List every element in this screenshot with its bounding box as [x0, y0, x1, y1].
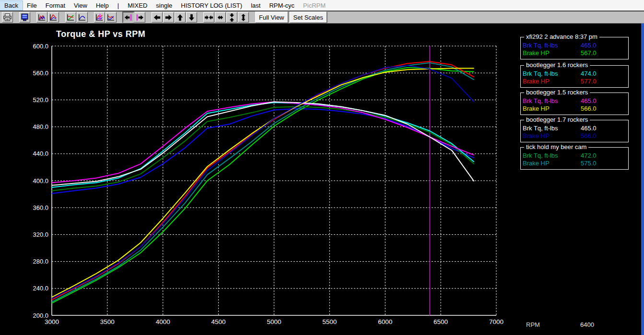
menu-item-last[interactable]: last	[246, 1, 265, 10]
x-tick-label: 6500	[433, 318, 448, 325]
legend-row-value: 566.0	[581, 132, 597, 139]
toolbar: Full ViewSet Scales	[0, 12, 644, 23]
legend-row: Brk Tq, ft-lbs465.0	[523, 42, 626, 49]
dual-peaks-graph-icon	[37, 13, 47, 22]
legend-row-value: 465.0	[581, 125, 597, 132]
menu-item-history-log-list[interactable]: HISTORY LOG (LIST)	[176, 1, 246, 10]
scroll-up-button[interactable]	[175, 12, 186, 23]
y-tick-label: 360.0	[33, 204, 48, 211]
app-window: BackFileFormatViewHelp|MIXEDsingleHISTOR…	[0, 0, 644, 335]
graph-dual-peaks-button[interactable]	[36, 12, 47, 23]
set-scales-button[interactable]: Set Scales	[290, 12, 327, 23]
legend-row-label: Brk Tq, ft-lbs	[523, 42, 558, 49]
printer-icon	[3, 13, 12, 22]
y-tick-label: 280.0	[33, 258, 48, 265]
arrow-down-icon	[187, 13, 196, 22]
cursor-right-button[interactable]	[134, 12, 145, 23]
menu-item-back[interactable]: Back	[0, 1, 23, 10]
y-tick-label: 320.0	[33, 231, 48, 238]
legend-row-value: 474.0	[581, 70, 597, 77]
menu-item-format[interactable]: Format	[41, 1, 70, 10]
y-tick-label: 400.0	[33, 177, 48, 185]
graph-peak-line-button[interactable]	[48, 12, 59, 23]
full-view-button[interactable]: Full View	[255, 12, 288, 23]
legend-row-label: Brake HP	[523, 105, 550, 113]
menu-item-[interactable]: |	[113, 1, 123, 10]
x-tick-label: 7000	[489, 318, 503, 325]
legend-panel-2: bootlegger 1.5 rockersBrk Tq, ft-lbs465.…	[520, 92, 629, 115]
compress-y-button[interactable]	[226, 12, 237, 23]
arrow-left-icon	[152, 13, 162, 22]
legend-row: Brake HP577.0	[523, 78, 626, 85]
x-tick-label: 4500	[211, 318, 226, 325]
y-tick-label: 240.0	[33, 285, 48, 292]
graph-history-button[interactable]	[105, 12, 117, 23]
print-button[interactable]	[2, 12, 13, 23]
cursor-graph-icon	[95, 13, 104, 22]
menu-item-picrpm[interactable]: PicRPM	[299, 1, 330, 10]
y-tick-label: 520.0	[33, 96, 48, 104]
x-tick-label: 3000	[45, 318, 59, 325]
menu-item-file[interactable]: File	[23, 1, 41, 10]
legend-panel-title: xfi292 2 advance 8:37 pm	[524, 33, 599, 40]
arrow-right-icon	[164, 13, 173, 22]
cursor-left-button[interactable]	[123, 12, 134, 23]
expand-y-button[interactable]	[238, 12, 249, 23]
expand-x-button[interactable]	[215, 12, 226, 23]
y-tick-label: 600.0	[33, 43, 48, 50]
menu-item-single[interactable]: single	[152, 1, 176, 10]
compress-vertical-icon	[227, 13, 236, 22]
legend-panel-1: bootlegger 1.6 rockersBrk Tq, ft-lbs474.…	[520, 65, 629, 88]
menu-item-view[interactable]: View	[70, 1, 92, 10]
single-curve-graph-icon	[78, 13, 87, 22]
legend-row: Brake HP566.0	[523, 132, 626, 140]
legend-panel-title: bootlegger 1.5 rockers	[524, 89, 590, 96]
series-bootlegger-1-7-rockers-brk-tq-ft-lbs	[52, 102, 474, 185]
legend-row: Brake HP566.0	[523, 105, 626, 113]
peak-line-graph-icon	[49, 13, 58, 22]
x-tick-label: 6000	[378, 318, 392, 325]
legend-row-value: 567.0	[581, 49, 597, 57]
legend-row: Brake HP575.0	[523, 160, 626, 167]
legend-panel-title: bootlegger 1.7 rockers	[524, 116, 590, 123]
monitor-icon	[20, 13, 29, 22]
legend-panel-4: tick hold my beer camBrk Tq, ft-lbs472.0…	[520, 147, 629, 170]
legend-panel-0: xfi292 2 advance 8:37 pmBrk Tq, ft-lbs46…	[520, 37, 629, 59]
menu-item-mixed[interactable]: MIXED	[123, 1, 152, 10]
expand-horizontal-icon	[216, 13, 225, 22]
graph-single-curve-button[interactable]	[77, 12, 88, 23]
legend-row: Brk Tq, ft-lbs465.0	[523, 97, 626, 105]
series-tick-hold-my-beer-cam-brk-tq-ft-lbs	[52, 106, 474, 191]
legend-row: Brk Tq, ft-lbs474.0	[523, 70, 626, 78]
legend-row-value: 577.0	[581, 78, 597, 85]
legend-row: Brk Tq, ft-lbs465.0	[523, 125, 626, 132]
legend-panel-3: bootlegger 1.7 rockersBrk Tq, ft-lbs465.…	[520, 120, 629, 142]
legend-row-label: Brake HP	[523, 160, 550, 167]
x-tick-label: 3500	[100, 318, 115, 325]
legend-row-label: Brk Tq, ft-lbs	[523, 125, 558, 132]
legend-row-label: Brake HP	[523, 132, 550, 140]
scroll-right-button[interactable]	[163, 12, 174, 23]
rpm-axis-label: RPM	[526, 321, 540, 328]
scroll-down-button[interactable]	[186, 12, 197, 23]
y-tick-label: 480.0	[33, 123, 48, 130]
legend-row-value: 472.0	[581, 152, 597, 159]
legend-row-label: Brake HP	[523, 78, 550, 85]
expand-vertical-icon	[239, 13, 248, 22]
legend-row-value: 465.0	[581, 42, 597, 49]
chart-title: Torque & HP vs RPM	[56, 29, 145, 39]
menu-item-rpm-cyc[interactable]: RPM-cyc	[265, 1, 299, 10]
menu-bar: BackFileFormatViewHelp|MIXEDsingleHISTOR…	[0, 0, 644, 12]
menu-item-help[interactable]: Help	[92, 1, 113, 10]
graph-cursor-button[interactable]	[94, 12, 105, 23]
arrow-up-icon	[176, 13, 185, 22]
scroll-left-button[interactable]	[152, 12, 163, 23]
graph-crossing-curves-button[interactable]	[65, 12, 76, 23]
legend-row: Brk Tq, ft-lbs472.0	[523, 152, 626, 160]
dual-curves-graph-icon	[106, 13, 116, 22]
compress-x-button[interactable]	[203, 12, 214, 23]
legend-row-value: 575.0	[581, 160, 597, 167]
copy-screen-button[interactable]	[19, 12, 30, 23]
legend-row-value: 566.0	[581, 105, 597, 112]
legend-row: Brake HP567.0	[523, 49, 626, 57]
